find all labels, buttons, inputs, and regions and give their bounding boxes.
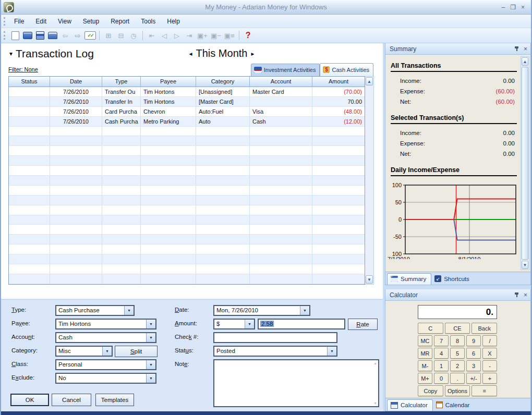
templates-button[interactable]: Templates: [95, 394, 134, 406]
new-file-button[interactable]: [9, 30, 21, 41]
calc-key-.[interactable]: .: [450, 373, 465, 384]
table-row[interactable]: [9, 254, 365, 264]
forward-button[interactable]: ⇨: [72, 30, 83, 41]
calc-key-mc[interactable]: MC: [418, 335, 432, 346]
summary-scrollbar[interactable]: ▲ ▼: [521, 56, 529, 270]
account-select[interactable]: Cash ▼: [55, 332, 156, 343]
calc-key-copy[interactable]: Copy: [418, 385, 443, 396]
note-scroll-up-icon[interactable]: ▲: [373, 361, 377, 365]
calc-key-mr[interactable]: MR: [418, 348, 432, 359]
calc-key-+[interactable]: +: [482, 373, 497, 384]
table-row[interactable]: 7/26/2010 Cash Purcha Metro Parking Auto…: [9, 117, 365, 127]
calc-key-3[interactable]: 3: [466, 360, 481, 371]
table-row[interactable]: 7/26/2010 Transfer In Tim Hortons [Maste…: [9, 97, 365, 107]
payee-select[interactable]: Tim Hortons ▼: [55, 319, 156, 329]
tab-calculator[interactable]: Calculator: [387, 399, 433, 411]
timer-button[interactable]: ◷: [128, 30, 139, 41]
table-row[interactable]: [9, 225, 365, 235]
calc-key-7[interactable]: 7: [434, 335, 449, 346]
maximize-button[interactable]: ❐: [510, 4, 516, 10]
status-select[interactable]: Posted ▼: [213, 346, 337, 357]
cancel-button[interactable]: Cancel: [52, 394, 91, 406]
currency-dropdown-icon[interactable]: ▼: [245, 320, 254, 328]
calc-key-+/-[interactable]: +/-: [466, 373, 481, 384]
currency-select[interactable]: $ ▼: [213, 319, 255, 329]
calc-key-m-[interactable]: M-: [418, 360, 432, 371]
add-window-button[interactable]: ⊞: [103, 30, 114, 41]
table-row[interactable]: [9, 205, 365, 215]
column-category[interactable]: Category: [196, 77, 250, 87]
print-button[interactable]: [47, 30, 58, 41]
menu-setup[interactable]: Setup: [77, 16, 105, 27]
remove-window-button[interactable]: ⊟: [115, 30, 127, 41]
ok-button[interactable]: OK: [10, 394, 49, 406]
back-button[interactable]: ⇦: [59, 30, 71, 41]
calc-key-0[interactable]: 0: [434, 373, 449, 384]
table-row[interactable]: [9, 245, 365, 254]
tab-shortcuts[interactable]: ↙ Shortcuts: [431, 273, 474, 285]
record-options-button[interactable]: ▣≡: [223, 30, 236, 41]
menu-tools[interactable]: Tools: [135, 16, 161, 27]
previous-record-button[interactable]: ◁: [159, 30, 170, 41]
delete-record-button[interactable]: ▣−: [210, 30, 222, 41]
table-row[interactable]: [9, 186, 365, 196]
table-header[interactable]: Status Date Type Payee Category Account …: [9, 77, 365, 87]
column-account[interactable]: Account: [250, 77, 312, 87]
table-row[interactable]: [9, 235, 365, 245]
class-select[interactable]: Personal ▼: [55, 359, 156, 370]
calc-key-5[interactable]: 5: [450, 348, 465, 359]
tab-cash-activities[interactable]: $ Cash Activities: [320, 63, 373, 76]
note-scroll-down-icon[interactable]: ▼: [373, 401, 377, 405]
open-file-button[interactable]: [22, 30, 33, 41]
save-button[interactable]: [34, 30, 46, 41]
account-dropdown-icon[interactable]: ▼: [146, 333, 155, 342]
scroll-down-icon[interactable]: ▼: [522, 261, 528, 269]
column-payee[interactable]: Payee: [141, 77, 196, 87]
type-dropdown-icon[interactable]: ▼: [124, 306, 134, 315]
scroll-up-icon[interactable]: ▲: [522, 57, 528, 66]
calc-key-/[interactable]: /: [482, 335, 497, 346]
rate-button[interactable]: Rate: [348, 319, 378, 330]
payee-dropdown-icon[interactable]: ▼: [146, 320, 155, 328]
status-dropdown-icon[interactable]: ▼: [327, 347, 336, 356]
menu-report[interactable]: Report: [105, 16, 135, 27]
tab-calendar[interactable]: Calendar: [433, 399, 475, 411]
scroll-down-icon[interactable]: ▼: [366, 275, 373, 284]
period-label[interactable]: This Month: [196, 47, 248, 59]
tab-summary[interactable]: Summary: [387, 273, 431, 285]
table-row[interactable]: [9, 196, 365, 205]
column-status[interactable]: Status: [9, 77, 50, 87]
calc-key-9[interactable]: 9: [466, 335, 481, 346]
column-amount[interactable]: Amount: [312, 77, 365, 87]
last-record-button[interactable]: ⇥: [184, 30, 195, 41]
column-date[interactable]: Date: [50, 77, 102, 87]
previous-period-icon[interactable]: ◂: [189, 50, 192, 57]
log-title-dropdown-icon[interactable]: ▾: [9, 50, 13, 57]
table-row[interactable]: [9, 176, 365, 186]
note-input[interactable]: ▲ ▼: [213, 359, 379, 407]
class-dropdown-icon[interactable]: ▼: [146, 360, 155, 369]
table-row[interactable]: [9, 274, 365, 284]
calc-key-=[interactable]: =: [471, 385, 497, 396]
checklist-button[interactable]: ✓✓: [84, 31, 96, 40]
calc-key-options[interactable]: Options: [445, 385, 470, 396]
filter-link[interactable]: Filter: None: [8, 66, 38, 72]
scroll-track[interactable]: [365, 86, 373, 275]
next-record-button[interactable]: ▷: [171, 30, 183, 41]
scroll-thumb[interactable]: [522, 67, 528, 260]
menu-help[interactable]: Help: [161, 16, 186, 27]
panel-splitter[interactable]: [385, 285, 531, 289]
calc-key-m+[interactable]: M+: [418, 373, 432, 384]
table-row[interactable]: [9, 136, 365, 146]
calc-key-x[interactable]: X: [482, 348, 497, 359]
next-period-icon[interactable]: ▸: [251, 50, 254, 57]
table-row[interactable]: [9, 166, 365, 176]
table-row[interactable]: [9, 264, 365, 274]
calc-key-8[interactable]: 8: [450, 335, 465, 346]
pin-icon[interactable]: [514, 292, 519, 298]
table-row[interactable]: 7/26/2010 Transfer Ou Tim Hortons [Unass…: [9, 87, 365, 97]
pin-icon[interactable]: [514, 46, 519, 52]
add-record-button[interactable]: ▣+: [196, 30, 209, 41]
type-select[interactable]: Cash Purchase ▼: [55, 305, 135, 316]
table-scrollbar[interactable]: ▲ ▼: [365, 76, 374, 285]
